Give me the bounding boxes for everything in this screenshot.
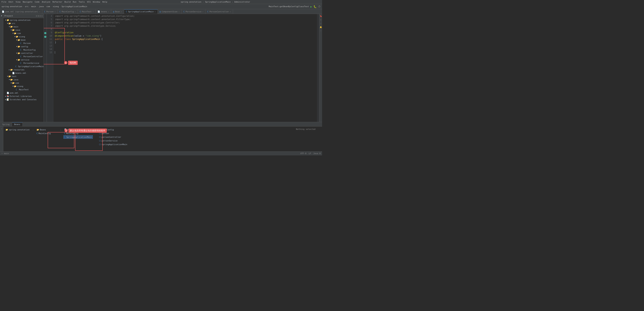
code-line-8	[55, 27, 316, 31]
menu-vcs[interactable]: VCS	[87, 1, 90, 3]
tab-personservice[interactable]: C PersonService ✕	[182, 9, 206, 14]
tree-item-person[interactable]: C Person	[3, 41, 44, 45]
bean-item-mainconfig-col2[interactable]: C MainConfig	[36, 132, 58, 135]
breadcrumb-com[interactable]: com	[46, 5, 50, 8]
menu-bar[interactable]: File Edit View Navigate Code Analyze Ref…	[2, 1, 107, 3]
tab-person-close[interactable]: ✕	[54, 11, 56, 13]
breadcrumb-main[interactable]: main	[31, 5, 36, 8]
tree-item-bean-pkg[interactable]: ▼ 📂 bean	[3, 38, 44, 41]
tree-item-beans-xml[interactable]: 📄 beans.xml	[3, 71, 44, 75]
tree-item-xiong[interactable]: ▼ 📂 xiong	[3, 35, 44, 38]
scroll-gutter[interactable]	[317, 14, 319, 122]
tree-item-springapplicationmain[interactable]: C SpringApplicationMain	[3, 65, 44, 68]
tree-item-ext-libs[interactable]: ▶ 📚 External Libraries	[3, 94, 44, 98]
tree-item-test-com[interactable]: ▼ 📂 com	[3, 81, 44, 85]
notifications-icon[interactable]: 🔔	[320, 26, 322, 28]
todo-icon[interactable]: ☑	[320, 22, 322, 25]
tree-item-personservice[interactable]: C PersonService	[3, 61, 44, 65]
tree-item-test[interactable]: ▼ 📂 test	[3, 75, 44, 78]
bean-item-beans[interactable]: 📂 Beans	[36, 128, 58, 131]
structure-icon[interactable]: ≡	[320, 18, 322, 21]
bottom-tab-beans[interactable]: Beans	[12, 122, 23, 126]
tree-item-java[interactable]: ▼ 📂 java	[3, 28, 44, 32]
tree-item-mainconfig[interactable]: C MainConfig	[3, 48, 44, 51]
bookmark-icon[interactable]: 🔖	[320, 15, 322, 17]
bean-item-sam-bean[interactable]: ⬡ springApplicationMain	[98, 143, 128, 146]
tab-bean[interactable]: @ Bean ✕	[111, 9, 124, 14]
settings-icon[interactable]: ⚙	[36, 15, 37, 17]
tree-item-personcontroller[interactable]: C PersonController	[3, 55, 44, 58]
tree-item-main[interactable]: ▼ 📂 main	[3, 25, 44, 28]
tab-beans-close[interactable]: ✕	[108, 11, 109, 13]
tab-springapplicationmain[interactable]: C SpringApplicationMain ✕	[124, 9, 158, 14]
tab-bean-close[interactable]: ✕	[121, 11, 122, 13]
status-encoding: UTF-8	[300, 152, 306, 155]
center-layout: P Project ⚙ ⊞ ⊟ ≡ ▼ 📁 spring-annotati	[0, 14, 322, 122]
menu-tools[interactable]: Tools	[78, 1, 85, 3]
menu-build[interactable]: Build	[64, 1, 70, 3]
tree-item-controller[interactable]: ▼ 📂 controller	[3, 51, 44, 55]
tab-pom-xml[interactable]: 📄 pom.xml (spring-annotation) ✕	[0, 9, 42, 14]
tab-pom-close[interactable]: ✕	[39, 11, 40, 13]
refresh-icon[interactable]: ↻	[0, 127, 3, 130]
menu-refactor[interactable]: Refactor	[52, 1, 62, 3]
tab-cs-close[interactable]: ✕	[178, 11, 180, 13]
tab-person[interactable]: C Person ✕	[42, 9, 58, 14]
breadcrumb-java[interactable]: java	[39, 5, 44, 8]
menu-run[interactable]: Run	[73, 1, 76, 3]
tree-item-com[interactable]: ▼ 📂 com	[3, 32, 44, 35]
expand-icon[interactable]: ⊞	[38, 15, 39, 17]
bean-item-spring-annotation[interactable]: 📁 spring-annotation	[5, 128, 30, 131]
tab-mainconfig-close[interactable]: ✕	[75, 11, 76, 13]
tab-maintest-close[interactable]: ✕	[92, 11, 94, 13]
profile-button[interactable]: ⏱	[318, 5, 320, 8]
project-tree[interactable]: ▼ 📁 spring-annotation ▼ 📂 src ▼ 📂 main	[3, 18, 44, 122]
code-view[interactable]: 4 5 6 7 8 9 10 11 12 13 14 15 import org…	[44, 14, 319, 122]
tree-item-scratches[interactable]: ▶ 📝 Scratches and Consoles	[3, 98, 44, 101]
menu-code[interactable]: Code	[34, 1, 40, 3]
breadcrumb-src[interactable]: src	[25, 5, 28, 8]
menu-edit[interactable]: Edit	[9, 1, 14, 3]
menu-view[interactable]: View	[16, 1, 20, 3]
tab-componentscan[interactable]: @ ComponentScan ✕	[158, 9, 182, 14]
tree-item-test-java[interactable]: ▼ 📂 java	[3, 78, 44, 81]
bean-item-sam-col3[interactable]: C SpringApplicationMain	[64, 135, 93, 139]
tree-item-resources[interactable]: ▶ 📂 resources	[3, 68, 44, 71]
tab-mainconfig[interactable]: C MainConfig ✕	[58, 9, 78, 14]
menu-file[interactable]: File	[2, 1, 6, 3]
tree-item-test-xiong[interactable]: ▼ 📂 xiong	[3, 85, 44, 88]
run-button[interactable]: ▶	[310, 5, 312, 8]
tree-item-service[interactable]: ▼ 📂 service	[3, 58, 44, 61]
debug-button[interactable]: 🐛	[314, 5, 316, 8]
code-line-6: import org.springframework.stereotype.Co…	[55, 21, 316, 24]
tree-item-maintest[interactable]: C MainTest	[3, 88, 44, 91]
tab-pc-close[interactable]: ✕	[230, 11, 231, 13]
tab-personcontroller[interactable]: C PersonController ✕	[206, 9, 233, 14]
annotation-2-bubble: 2	[64, 129, 68, 132]
project-toggle-icon[interactable]: P	[0, 15, 3, 17]
tab-maintest[interactable]: C MainTest ✕	[78, 9, 96, 14]
tree-item-root[interactable]: ▼ 📁 spring-annotation	[3, 18, 44, 22]
collapse-icon[interactable]: ⊟	[40, 15, 41, 17]
bottom-tab-spring[interactable]: Spring	[0, 122, 12, 126]
code-content[interactable]: import org.springframework.context.annot…	[54, 14, 317, 122]
tree-item-src[interactable]: ▼ 📂 src	[3, 22, 44, 25]
tree-item-pom[interactable]: 📄 pom.xml	[3, 91, 44, 94]
breadcrumb-project[interactable]: spring-annotation	[2, 5, 22, 8]
folder-icon-xiong: 📂	[16, 35, 18, 38]
tab-beans[interactable]: 📄 beans ✕	[96, 9, 111, 14]
menu-analyze[interactable]: Analyze	[42, 1, 50, 3]
tree-item-config[interactable]: ▼ 📂 config	[3, 45, 44, 48]
right-icon-strip: 🔖 ≡ ☑ 🔔 ⑂	[319, 14, 322, 122]
tab-ps-close[interactable]: ✕	[202, 11, 204, 13]
breadcrumb-class[interactable]: SpringApplicationMain	[62, 5, 87, 8]
menu-window[interactable]: Window	[93, 1, 100, 3]
menu-navigate[interactable]: Navigate	[23, 1, 32, 3]
tab-sam-close[interactable]: ✕	[154, 11, 156, 13]
bean-item-personservice-bean[interactable]: ⬡ personService	[98, 139, 128, 142]
git-icon[interactable]: ⑂	[320, 29, 322, 32]
breadcrumb-xiong[interactable]: xiong	[53, 5, 59, 8]
menu-help[interactable]: Help	[102, 1, 107, 3]
bean-item-personcontroller-bean[interactable]: ⬡ personController	[98, 135, 128, 139]
gear-icon[interactable]: ≡	[42, 15, 42, 17]
